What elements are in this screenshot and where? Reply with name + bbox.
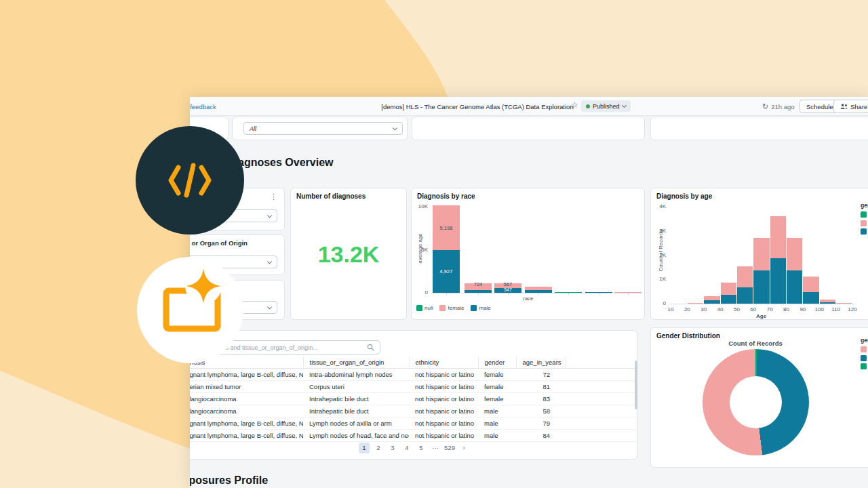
bar-segment-female [525,287,552,290]
bar-value-label: 567 [494,281,521,287]
age-x-tick: 40 [713,306,727,312]
next-page-button[interactable]: › [458,443,469,453]
table-cell: male [478,429,516,441]
table-cell: not hispanic or latino [409,429,478,441]
table-cell: Mullerian mixed tumor [190,380,303,392]
filter-label-tissue: Tissue or Organ of Origin [190,239,248,247]
legend-item: female [861,220,868,226]
age-x-tick: 30 [697,306,711,312]
legend-item: male [471,305,490,311]
bar-value-label: 4,927 [433,268,460,274]
table-scrollbar[interactable] [635,361,637,409]
legend-item: null [861,363,868,369]
gender-donut [703,349,809,455]
table-cell: Lymph nodes of axilla or arm [303,417,409,429]
code-badge [136,126,244,235]
age-x-tick: 50 [730,306,743,312]
table-cell: not hispanic or latino [409,368,478,380]
age-y-tick: 1K [651,276,666,282]
filter-dropdown-all[interactable]: All [243,122,403,135]
hist-segment-female [770,216,786,258]
counter-card: Number of diagnoses 13.2K [290,188,407,320]
table-cell: Intra-abdominal lymph nodes [303,368,409,380]
chevron-down-icon [267,213,272,218]
table-column-header [565,357,638,368]
table-cell: Cholangiocarcinoma [190,392,303,405]
counter-title: Number of diagnoses [296,192,366,200]
gender-chart-title: Gender Distribution [656,332,720,340]
page-button[interactable]: 4 [401,443,412,453]
chevron-down-icon [393,125,397,130]
race-x-axis [431,293,642,293]
table-column-header: tissue_or_organ_of_origin [303,357,409,368]
table-cell: Corpus uteri [303,380,409,392]
search-icon [367,344,374,351]
filter-card-2 [412,117,645,140]
legend-item: female [439,305,464,311]
table-column-header: ethnicity [409,357,478,368]
hist-segment-female [803,277,818,292]
page-button[interactable]: 1 [359,443,370,453]
table-cell: 83 [516,392,565,405]
age-y-tick: 2K [651,252,666,258]
age-x-axis-title: Age [756,313,766,319]
legend-item: male [861,228,868,235]
legend-swatch [861,220,867,226]
page-button[interactable]: 2 [373,443,384,453]
legend-item: female [861,346,868,352]
pagination: 12345···529› [359,443,469,453]
table-row: CholangiocarcinomaIntrahepatic bile duct… [190,405,638,417]
race-y-tick: 5K [412,247,428,253]
table-cell: Malignant lymphoma, large B-cell, diffus… [190,417,303,429]
table-cell: Malignant lymphoma, large B-cell, diffus… [190,368,303,380]
age-chart-card: Diagnosis by age Count of Records 01K2K3… [650,188,868,320]
table-column-header: gender [478,357,516,368]
chevron-down-icon [621,102,626,107]
favorite-star-icon[interactable]: ☆ [571,101,578,109]
page-button[interactable]: ··· [430,443,441,453]
age-x-tick: 90 [796,306,810,312]
kebab-menu-icon[interactable]: ⋮ [270,193,277,201]
hist-segment-female [737,266,753,287]
export-badge [137,257,243,363]
table-row: Malignant lymphoma, large B-cell, diffus… [190,417,638,429]
page-button[interactable]: 3 [387,443,398,453]
table-header-row: diagnosistissue_or_organ_of_originethnic… [190,357,638,368]
legend-swatch [861,228,867,235]
last-refresh[interactable]: ↻ 21h ago [762,102,795,111]
race-chart-card: Diagnosis by race average age 05K10K4,92… [411,188,645,320]
age-x-tick: 120 [846,306,859,312]
table-cell: not hispanic or latino [409,380,478,392]
table-cell: Lymph nodes of head, face and neck [303,429,409,441]
people-icon [840,103,848,110]
table-cell: 72 [516,368,565,380]
bar-value-label: 724 [465,281,492,287]
table-cell [565,405,638,417]
age-plot: 01K2K3K4K102030405060708090100110120 [651,188,868,319]
chevron-down-icon [267,304,272,309]
feedback-link[interactable]: Give feedback [190,103,216,110]
table-cell: 84 [516,429,565,441]
table-cell: not hispanic or latino [409,417,478,429]
table-row: Mullerian mixed tumorCorpus uterinot his… [190,380,638,392]
hist-segment-female [704,296,719,300]
age-y-tick: 4K [651,203,666,209]
diagnoses-table-card: diagnosistissue_or_organ_of_originethnic… [190,330,637,460]
gender-chart-subtitle: Count of Records [688,340,823,347]
donut-hole [730,376,782,428]
race-legend: nullfemalemale [416,305,491,311]
table-cell: not hispanic or latino [409,405,478,417]
published-status-dropdown[interactable]: Published [581,100,631,112]
export-sparkle-icon [161,268,224,333]
hist-segment-male [721,295,736,304]
page-button[interactable]: 529 [444,443,455,453]
page-button[interactable]: 5 [416,443,427,453]
hist-segment-female [753,238,769,270]
age-x-tick: 10 [664,306,677,312]
legend-swatch [861,346,867,352]
age-x-tick: 70 [763,306,776,312]
hist-segment-female [820,300,835,303]
section-title-exposures: Exposures Profile [190,474,268,487]
share-button[interactable]: Share [833,100,868,113]
table-cell: Malignant lymphoma, large B-cell, diffus… [190,429,303,441]
